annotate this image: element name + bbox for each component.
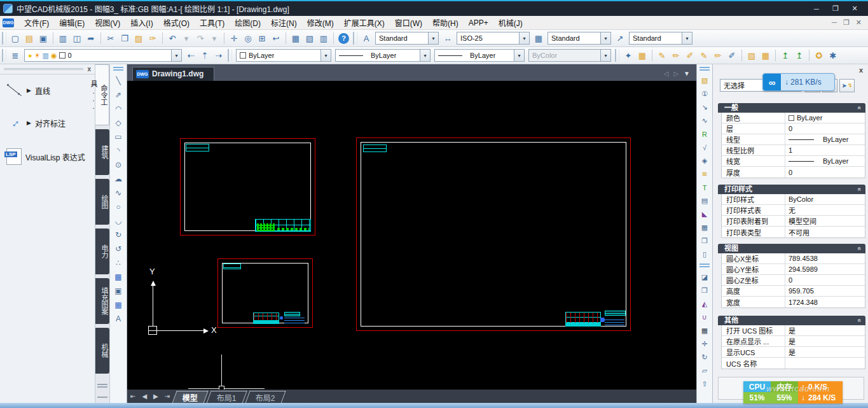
- section-header[interactable]: 其他 «: [718, 316, 865, 325]
- mdi-restore-button[interactable]: ❐: [843, 18, 850, 27]
- copy-icon[interactable]: ❐: [118, 32, 131, 45]
- rectangle-icon[interactable]: ▭: [112, 130, 125, 143]
- cut-icon[interactable]: ✂: [104, 32, 117, 45]
- expand-arrow-icon[interactable]: ▶: [27, 87, 31, 94]
- edit-text-icon[interactable]: ✎: [656, 49, 668, 62]
- tab-model[interactable]: 模型: [172, 391, 209, 404]
- section-header[interactable]: 一般 «: [718, 103, 865, 113]
- mtext-icon[interactable]: A: [112, 313, 125, 325]
- table-style-combo[interactable]: Standard ▾: [548, 32, 611, 45]
- leader-icon[interactable]: ↘: [699, 101, 711, 113]
- prop-row-center-y[interactable]: 圆心Y坐标 294.5989: [722, 264, 865, 275]
- tab-draw[interactable]: 绘图: [95, 179, 109, 225]
- prop-row-ucs-at-origin[interactable]: 在原点显示 ... 是: [722, 336, 865, 347]
- prop-row-layer[interactable]: 层 0: [722, 123, 865, 134]
- mleader-style-icon[interactable]: ↗: [614, 32, 626, 45]
- doc-tab-scroll-left-icon[interactable]: ◁: [664, 70, 669, 77]
- mech-edit-list-icon[interactable]: ▦: [636, 49, 649, 62]
- lock-icon[interactable]: ◉: [51, 52, 57, 60]
- edit-hatch-icon[interactable]: ✐: [684, 49, 696, 62]
- settings-wrench-icon[interactable]: ✱: [827, 49, 839, 62]
- rotate-icon[interactable]: ↻: [699, 351, 711, 363]
- design-center-icon[interactable]: ▧: [303, 32, 316, 45]
- section-header[interactable]: 打印样式 «: [718, 185, 865, 194]
- prop-row-plot-type[interactable]: 打印表类型 不可用: [722, 227, 865, 237]
- toolbar-grip[interactable]: [699, 264, 710, 267]
- prop-row-center-x[interactable]: 圆心X坐标 789.4538: [722, 253, 865, 264]
- prop-row-center-z[interactable]: 圆心Z坐标 0: [722, 275, 865, 286]
- chevron-down-icon[interactable]: ▾: [514, 50, 524, 61]
- edit-dim-icon[interactable]: ✏: [670, 49, 682, 62]
- balloon-icon[interactable]: ①: [699, 88, 711, 100]
- pan-icon[interactable]: ✛: [228, 32, 240, 45]
- doc-tab-scroll-right-icon[interactable]: ▷: [673, 70, 679, 77]
- chevron-down-icon[interactable]: ▾: [420, 50, 430, 61]
- move-icon[interactable]: ✛: [699, 338, 711, 350]
- sun-icon[interactable]: ☀: [34, 52, 41, 60]
- zoom-realtime-icon[interactable]: ◎: [242, 32, 254, 45]
- prop-row-color[interactable]: 颜色 ByLayer: [722, 113, 865, 123]
- prop-row-lineweight[interactable]: 线宽 ByLayer: [722, 156, 865, 167]
- maximize-button[interactable]: ❐: [827, 3, 844, 15]
- menu-edit[interactable]: 编辑(E): [54, 16, 90, 29]
- prop-row-width[interactable]: 宽度 1724.348: [722, 297, 865, 307]
- toolbar-grip[interactable]: [113, 67, 123, 71]
- menu-draw[interactable]: 绘图(D): [230, 16, 266, 29]
- collapse-chevron-icon[interactable]: «: [855, 247, 865, 251]
- drawing-frame-1[interactable]: [180, 138, 315, 236]
- erase-icon[interactable]: ◪: [699, 271, 711, 283]
- tab-layout1[interactable]: 布局1: [207, 391, 247, 404]
- spline-icon[interactable]: ∿: [112, 186, 125, 199]
- palette-item-aligned-dim[interactable]: ↔ ▶ 对齐标注: [0, 106, 95, 139]
- text-annotation-icon[interactable]: T: [699, 181, 711, 193]
- mdi-close-button[interactable]: ✕: [856, 18, 862, 27]
- undo-dropdown-icon[interactable]: ▾: [180, 32, 193, 45]
- menu-modify[interactable]: 修改(M): [302, 16, 339, 29]
- region-icon[interactable]: ▣: [112, 285, 125, 297]
- curve-dim-icon[interactable]: ∿: [699, 115, 711, 127]
- edit-polyline-icon[interactable]: ✎: [698, 49, 710, 62]
- copy-icon[interactable]: ❐: [699, 285, 711, 297]
- close-button[interactable]: ✕: [846, 3, 863, 15]
- arc-icon[interactable]: ◠: [112, 102, 125, 115]
- scale-icon[interactable]: ▱: [699, 365, 711, 377]
- select-objects-button[interactable]: ➤ ↯: [839, 79, 855, 92]
- tab-hatch-pattern[interactable]: 填充图案: [95, 278, 109, 324]
- table-icon[interactable]: ▦: [112, 299, 125, 311]
- menu-format[interactable]: 格式(O): [158, 16, 195, 29]
- viewport-freeze-icon[interactable]: ▥: [43, 52, 49, 60]
- chevron-down-icon[interactable]: ▾: [428, 32, 438, 44]
- prop-row-ucs-name[interactable]: UCS 名称: [722, 358, 865, 369]
- first-tab-icon[interactable]: ⇤: [130, 393, 135, 400]
- prop-row-plot-table[interactable]: 打印样式表 无: [722, 205, 865, 216]
- tab-electric[interactable]: 电力: [95, 229, 109, 274]
- symbol-mark-icon[interactable]: ▧: [699, 74, 711, 87]
- prop-row-plot-style[interactable]: 打印样式 ByColor: [722, 194, 865, 205]
- paste-icon[interactable]: ▨: [132, 32, 145, 45]
- menu-view[interactable]: 视图(V): [90, 16, 125, 29]
- collapse-chevron-icon[interactable]: «: [855, 188, 865, 192]
- menu-express-tools[interactable]: 扩展工具(X): [339, 16, 390, 29]
- mleader-style-combo[interactable]: Standard ▾: [629, 32, 692, 45]
- undo-icon[interactable]: ↶: [166, 32, 179, 45]
- doc-tab-menu-icon[interactable]: ▼: [684, 70, 690, 77]
- toolbar-grip[interactable]: [2, 49, 6, 62]
- drawing-canvas[interactable]: Y X: [127, 81, 696, 390]
- tool-palette-icon[interactable]: ▥: [317, 32, 330, 45]
- menu-mechanical[interactable]: 机械(J): [493, 16, 528, 29]
- edit-table-icon[interactable]: ▧: [745, 49, 758, 62]
- table-style-icon[interactable]: ▦: [532, 32, 545, 45]
- drawing-frame-2[interactable]: [356, 137, 631, 331]
- xline-icon[interactable]: ⇗: [112, 88, 125, 101]
- mech-options-icon[interactable]: ✦: [622, 49, 635, 62]
- match-properties-icon[interactable]: ✑: [146, 32, 159, 45]
- edit-table-cell-icon[interactable]: ▦: [759, 49, 772, 62]
- collapse-chevron-icon[interactable]: «: [855, 106, 865, 110]
- panel-close-icon[interactable]: x: [859, 66, 863, 74]
- section-header[interactable]: 视图 «: [718, 244, 865, 253]
- text-style-icon[interactable]: A: [360, 32, 373, 45]
- prop-row-linetype-scale[interactable]: 线型比例 1: [722, 145, 865, 156]
- chevron-down-icon[interactable]: ▾: [682, 32, 692, 44]
- menu-help[interactable]: 帮助(H): [427, 16, 464, 29]
- layer-combo[interactable]: ● ☀ ▥ ◉ 0 ▾: [24, 49, 182, 62]
